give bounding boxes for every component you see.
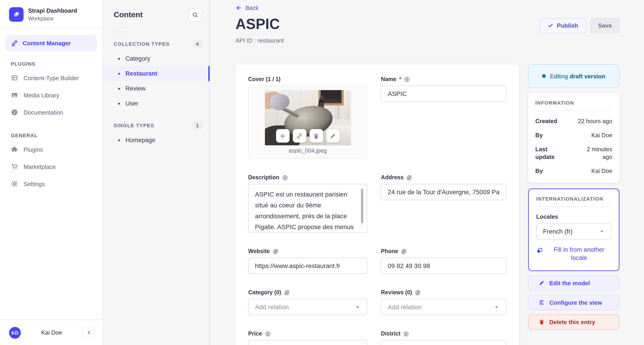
draft-prefix: Editing — [550, 73, 568, 80]
collection-types-header: COLLECTION TYPES — [114, 41, 170, 47]
name-input[interactable]: ASPIC — [381, 86, 506, 102]
layout-builder-icon — [11, 74, 18, 82]
configure-lines-icon — [538, 299, 545, 306]
sidebar-item-plugins[interactable]: Plugins — [0, 141, 102, 158]
subnav-item-user[interactable]: User — [103, 96, 209, 111]
cover-photo — [265, 90, 351, 145]
workspace-brand: Strapi Dashboard Workplace — [0, 0, 102, 28]
sidebar-item-marketplace[interactable]: Marketplace — [0, 158, 102, 175]
cart-icon — [11, 163, 18, 170]
back-link[interactable]: Back — [236, 4, 258, 11]
reviews-relation-select[interactable]: Add relation — [381, 299, 506, 315]
bullet-icon — [118, 88, 120, 90]
globe-icon — [404, 76, 410, 82]
single-types-count-badge: 1 — [193, 122, 202, 129]
field-category: Category (0) Add relation — [248, 289, 367, 315]
sidebar-item-label: Plugins — [24, 146, 43, 153]
description-textarea[interactable]: ASPIC est un restaurant parisien situé a… — [248, 184, 367, 233]
locales-label: Locales — [536, 213, 612, 220]
sidebar-item-content-type-builder[interactable]: Content-Type Builder — [0, 69, 102, 86]
category-placeholder: Add relation — [255, 303, 289, 310]
subnav-item-label: Review — [126, 85, 146, 92]
subnav-item-label: Homepage — [126, 137, 155, 144]
chevron-down-icon — [354, 304, 360, 310]
arrow-left-icon — [236, 4, 242, 11]
field-website: Website https://www.aspic-restaurant.fr — [248, 248, 367, 274]
subnav-item-category[interactable]: Category — [103, 51, 209, 66]
district-select[interactable]: Ninth — [381, 340, 506, 345]
general-section-header: GENERAL — [0, 121, 102, 141]
sidebar-item-settings[interactable]: Settings — [0, 175, 102, 192]
strapi-admin-app: Strapi Dashboard Workplace Content Manag… — [0, 0, 644, 345]
category-label: Category (0) — [248, 289, 281, 296]
description-label: Description — [248, 174, 280, 181]
workspace-name: Workplace — [28, 15, 77, 22]
bullet-icon — [118, 102, 120, 104]
avatar: KD — [9, 327, 21, 338]
phone-input[interactable]: 09 82 49 30 98 — [381, 258, 506, 274]
subnav-item-label: Restaurant — [126, 70, 158, 77]
sidebar-item-content-manager[interactable]: Content Manager — [6, 35, 97, 51]
field-description: Description ASPIC est un restaurant pari… — [248, 174, 367, 233]
subnav-item-review[interactable]: Review — [103, 81, 209, 96]
entry-form-card: Cover (1 / 1) — [236, 64, 519, 345]
sidebar-item-label: Documentation — [24, 109, 63, 116]
address-input[interactable]: 24 rue de la Tour d'Auvergne, 75009 Pa — [381, 184, 506, 200]
category-relation-select[interactable]: Add relation — [248, 299, 367, 315]
entry-side-panel: Editing draft version INFORMATION Create… — [528, 64, 620, 330]
delete-media-button[interactable] — [309, 129, 323, 142]
cover-filename: aspic_004.jpeg — [289, 148, 327, 154]
status-dot-icon — [542, 74, 546, 78]
back-label: Back — [246, 4, 258, 11]
name-label: Name — [381, 76, 396, 82]
field-reviews: Reviews (0) Add relation — [381, 289, 506, 315]
information-card: INFORMATION Created 22 hours ago By Kai … — [528, 93, 620, 183]
chevron-left-icon — [86, 330, 92, 336]
collection-types-count-badge: 4 — [193, 40, 202, 48]
plus-icon — [279, 132, 286, 139]
subnav-item-homepage[interactable]: Homepage — [103, 133, 209, 148]
price-select[interactable]: Luxury — [248, 340, 367, 345]
reviews-label: Reviews (0) — [381, 289, 412, 296]
fill-from-locale-link[interactable]: Fill in from another locale — [536, 246, 612, 262]
phone-label: Phone — [381, 248, 398, 254]
sidebar-item-documentation[interactable]: Documentation — [0, 104, 102, 121]
description-text: ASPIC est un restaurant parisien situé a… — [255, 189, 355, 232]
edit-model-button[interactable]: Edit the model — [528, 275, 620, 291]
locale-select[interactable]: French (fr) — [536, 223, 612, 240]
info-row-created-by: By Kai Doe — [535, 131, 612, 139]
user-name: Kai Doe — [25, 329, 78, 336]
internationalization-title: INTERNATIONALIZATION — [536, 196, 612, 202]
publish-button[interactable]: Publish — [540, 18, 586, 33]
subnav-item-restaurant[interactable]: Restaurant — [103, 66, 209, 81]
bullet-icon — [118, 73, 120, 74]
delete-entry-label: Delete this entry — [549, 318, 595, 325]
bullet-icon — [118, 58, 120, 60]
edit-media-button[interactable] — [326, 129, 340, 142]
publish-label: Publish — [557, 22, 578, 29]
sidebar-item-media-library[interactable]: Media Library — [0, 86, 102, 104]
scrollbar-thumb[interactable] — [361, 189, 363, 223]
required-asterisk: * — [399, 76, 401, 82]
entry-edit-view: Back ASPIC Publish Save API ID : restaur… — [210, 0, 644, 345]
copy-link-button[interactable] — [292, 129, 306, 142]
delete-entry-button[interactable]: Delete this entry — [528, 314, 620, 330]
app-title: Strapi Dashboard — [28, 8, 77, 15]
globe-icon — [403, 331, 409, 336]
search-button[interactable] — [188, 8, 202, 22]
website-input[interactable]: https://www.aspic-restaurant.fr — [248, 258, 367, 274]
puzzle-icon — [11, 146, 18, 153]
information-title: INFORMATION — [535, 100, 612, 106]
sidebar-item-label: Content-Type Builder — [24, 74, 79, 81]
price-label: Price — [248, 330, 262, 337]
collapse-sidebar-button[interactable] — [82, 326, 95, 339]
globe-slash-icon — [415, 290, 421, 296]
configure-view-button[interactable]: Configure the view — [528, 295, 620, 310]
address-label: Address — [381, 174, 404, 181]
globe-slash-icon — [401, 248, 407, 254]
draft-status-banner: Editing draft version — [528, 64, 620, 88]
info-row-last-update: Last update 2 minutes ago — [535, 145, 612, 161]
save-button[interactable]: Save — [590, 18, 620, 33]
search-icon — [192, 12, 198, 18]
add-media-button[interactable] — [276, 129, 290, 142]
